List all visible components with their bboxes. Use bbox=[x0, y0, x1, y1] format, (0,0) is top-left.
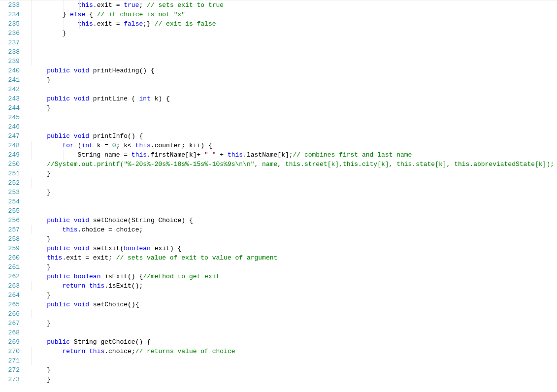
code-line[interactable] bbox=[32, 113, 557, 122]
code-line[interactable]: this.choice = choice; bbox=[32, 225, 557, 234]
indent-guide bbox=[64, 0, 64, 10]
code-token bbox=[70, 273, 74, 280]
code-line[interactable] bbox=[32, 122, 557, 131]
code-line[interactable]: public void setChoice(String Choice) { bbox=[32, 216, 557, 225]
indent-guide bbox=[48, 0, 48, 10]
code-line[interactable]: this.exit = true; // sets exit to true bbox=[32, 0, 557, 10]
indent-guide bbox=[32, 309, 32, 319]
code-line[interactable]: } bbox=[32, 291, 557, 300]
line-number: 256 bbox=[0, 216, 20, 225]
code-token: isExit() { bbox=[100, 273, 143, 280]
code-token bbox=[32, 132, 47, 140]
code-token bbox=[32, 20, 78, 28]
code-line[interactable] bbox=[32, 85, 557, 94]
code-token: void bbox=[74, 217, 89, 224]
code-token: exit) { bbox=[151, 245, 181, 252]
indent-guide bbox=[79, 19, 80, 29]
line-number: 249 bbox=[0, 150, 20, 160]
line-number: 269 bbox=[0, 337, 20, 347]
code-token bbox=[32, 142, 62, 149]
code-line[interactable]: } bbox=[32, 29, 557, 38]
code-line[interactable]: for (int k = 0; k< this.counter; k++) { bbox=[32, 141, 557, 150]
code-token: setChoice(String Choice) { bbox=[89, 217, 193, 224]
code-line[interactable]: //System.out.printf("%-20s%-20s%-18s%-15… bbox=[32, 160, 557, 169]
indent-guide bbox=[48, 141, 48, 150]
code-line[interactable]: public void printHeading() { bbox=[32, 66, 557, 75]
line-number: 248 bbox=[0, 141, 20, 150]
code-line[interactable]: this.exit = exit; // sets value of exit … bbox=[32, 253, 557, 262]
code-token: this bbox=[78, 1, 93, 9]
line-number: 257 bbox=[0, 225, 20, 234]
indent-guide bbox=[48, 225, 48, 234]
code-line[interactable]: return this.isExit(); bbox=[32, 281, 557, 291]
code-token bbox=[32, 338, 47, 346]
code-line[interactable]: } bbox=[32, 103, 557, 113]
code-line[interactable]: } bbox=[32, 234, 557, 244]
code-line[interactable] bbox=[32, 206, 557, 216]
code-line[interactable]: String name = this.firstName[k]+ " " + t… bbox=[32, 150, 557, 160]
code-token: return bbox=[62, 282, 85, 290]
code-token: } bbox=[32, 11, 70, 18]
code-area[interactable]: this.exit = true; // sets exit to true }… bbox=[25, 0, 557, 384]
code-token: + bbox=[216, 151, 228, 159]
line-number: 261 bbox=[0, 262, 20, 272]
indent-guide bbox=[64, 10, 64, 19]
code-token: k = bbox=[93, 142, 112, 149]
code-token: boolean bbox=[124, 245, 151, 252]
code-line[interactable] bbox=[32, 47, 557, 57]
line-number: 240 bbox=[0, 66, 20, 75]
code-token: false bbox=[124, 20, 143, 28]
line-number: 258 bbox=[0, 234, 20, 244]
code-line[interactable]: } bbox=[32, 188, 557, 197]
indent-guide bbox=[48, 281, 48, 291]
code-line[interactable] bbox=[32, 197, 557, 206]
code-token: .isExit(); bbox=[104, 282, 143, 290]
code-token: } bbox=[32, 76, 51, 84]
code-token: public bbox=[47, 95, 70, 102]
code-line[interactable]: public void printInfo() { bbox=[32, 131, 557, 141]
code-line[interactable] bbox=[32, 309, 557, 319]
code-token: boolean bbox=[74, 273, 101, 280]
code-line[interactable] bbox=[32, 178, 557, 188]
line-number-gutter: 2332342352362372382392402412422432442452… bbox=[0, 0, 25, 384]
line-number: 253 bbox=[0, 188, 20, 197]
code-line[interactable]: } bbox=[32, 365, 557, 375]
code-line[interactable]: } bbox=[32, 375, 557, 384]
code-token: printInfo() { bbox=[89, 132, 143, 140]
code-line[interactable]: } bbox=[32, 75, 557, 85]
code-token: void bbox=[74, 132, 89, 140]
code-line[interactable]: } bbox=[32, 169, 557, 178]
code-token: } bbox=[32, 189, 51, 196]
code-token: public bbox=[47, 245, 70, 252]
code-line[interactable]: } else { // if choice is not "x" bbox=[32, 10, 557, 19]
line-number: 246 bbox=[0, 122, 20, 131]
code-line[interactable]: public void printLine ( int k) { bbox=[32, 94, 557, 103]
code-token: setExit( bbox=[89, 245, 124, 252]
line-number: 238 bbox=[0, 47, 20, 57]
code-token: // sets value of exit to value of argume… bbox=[116, 254, 278, 261]
code-line[interactable] bbox=[32, 38, 557, 47]
code-editor[interactable]: 2332342352362372382392402412422432442452… bbox=[0, 0, 557, 384]
code-line[interactable]: public String getChoice() { bbox=[32, 337, 557, 347]
code-token: public bbox=[47, 301, 70, 308]
code-line[interactable]: } bbox=[32, 262, 557, 272]
line-number: 243 bbox=[0, 94, 20, 103]
code-token bbox=[70, 132, 74, 140]
code-line[interactable] bbox=[32, 57, 557, 66]
indent-guide bbox=[32, 29, 32, 38]
code-line[interactable]: } bbox=[32, 319, 557, 328]
code-token: } bbox=[32, 235, 51, 243]
code-token bbox=[70, 301, 74, 308]
code-line[interactable]: public boolean isExit() {//method to get… bbox=[32, 272, 557, 281]
line-number: 235 bbox=[0, 19, 20, 29]
code-line[interactable] bbox=[32, 328, 557, 337]
code-token bbox=[32, 245, 47, 252]
code-line[interactable] bbox=[32, 356, 557, 365]
code-line[interactable]: this.exit = false;} // exit is false bbox=[32, 19, 557, 29]
code-token: this bbox=[89, 282, 104, 290]
code-token: .exit = exit; bbox=[62, 254, 116, 261]
code-token: true bbox=[124, 1, 139, 9]
code-line[interactable]: return this.choice;// returns value of c… bbox=[32, 347, 557, 356]
code-line[interactable]: public void setChoice(){ bbox=[32, 300, 557, 309]
code-line[interactable]: public void setExit(boolean exit) { bbox=[32, 244, 557, 253]
